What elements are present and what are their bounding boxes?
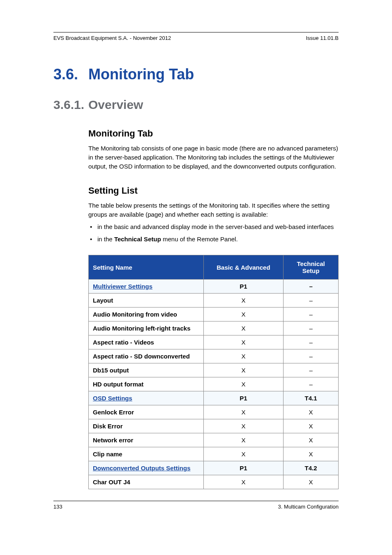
section-body-setting-list: The table below presents the settings of… bbox=[88, 201, 339, 219]
table-cell-technical-setup: – bbox=[284, 308, 339, 321]
bullet-text-bold: Technical Setup bbox=[114, 236, 161, 243]
table-cell-setting-name: Genlock Error bbox=[89, 405, 204, 419]
table-cell-basic-advanced: P1 bbox=[203, 280, 284, 294]
section-body-monitoring-tab: The Monitoring tab consists of one page … bbox=[88, 144, 339, 171]
table-row: Aspect ratio - SD downconvertedX– bbox=[89, 349, 339, 363]
table-cell-setting-name: Layout bbox=[89, 294, 204, 308]
setting-list-bullets: in the basic and advanced display mode i… bbox=[88, 222, 339, 244]
table-cell-technical-setup: X bbox=[284, 433, 339, 447]
table-cell-technical-setup: X bbox=[284, 447, 339, 461]
table-row: Disk ErrorXX bbox=[89, 419, 339, 433]
table-cell-setting-name: HD output format bbox=[89, 377, 204, 391]
table-header-row: Setting Name Basic & Advanced Technical … bbox=[89, 255, 339, 280]
heading-1-number: 3.6. bbox=[53, 66, 88, 83]
bullet-text-pre: in the bbox=[97, 236, 114, 243]
table-cell-setting-name: Clip name bbox=[89, 447, 204, 461]
table-row: Clip nameXX bbox=[89, 447, 339, 461]
section-title-monitoring-tab: Monitoring Tab bbox=[88, 128, 339, 139]
table-row: Char OUT J4XX bbox=[89, 475, 339, 489]
setting-link[interactable]: OSD Settings bbox=[93, 395, 132, 402]
table-cell-basic-advanced: X bbox=[203, 363, 284, 377]
table-cell-setting-name: Disk Error bbox=[89, 419, 204, 433]
table-row: Network errorXX bbox=[89, 433, 339, 447]
header-left: EVS Broadcast Equipment S.A. - November … bbox=[53, 35, 171, 41]
table-cell-basic-advanced: X bbox=[203, 308, 284, 321]
footer-rule bbox=[53, 501, 339, 501]
table-cell-basic-advanced: X bbox=[203, 335, 284, 349]
table-cell-basic-advanced: X bbox=[203, 475, 284, 489]
table-row: HD output formatX– bbox=[89, 377, 339, 391]
footer-chapter: 3. Multicam Configuration bbox=[278, 504, 339, 510]
table-cell-basic-advanced: X bbox=[203, 405, 284, 419]
table-row: LayoutX– bbox=[89, 294, 339, 308]
page: EVS Broadcast Equipment S.A. - November … bbox=[0, 0, 392, 555]
table-row: Db15 outputX– bbox=[89, 363, 339, 377]
table-cell-basic-advanced: X bbox=[203, 349, 284, 363]
table-row: Audio Monitoring left-right tracksX– bbox=[89, 321, 339, 335]
table-cell-technical-setup: X bbox=[284, 405, 339, 419]
table-row: OSD SettingsP1T4.1 bbox=[89, 391, 339, 405]
table-cell-basic-advanced: X bbox=[203, 419, 284, 433]
setting-link[interactable]: Downconverted Outputs Settings bbox=[93, 465, 191, 472]
heading-2-number: 3.6.1. bbox=[53, 98, 88, 112]
heading-1: 3.6. Monitoring Tab bbox=[53, 66, 339, 83]
table-cell-basic-advanced: X bbox=[203, 294, 284, 308]
setting-link[interactable]: Multiviewer Settings bbox=[93, 283, 152, 290]
table-row: Genlock ErrorXX bbox=[89, 405, 339, 419]
table-cell-setting-name: Audio Monitoring left-right tracks bbox=[89, 321, 204, 335]
section-title-setting-list: Setting List bbox=[88, 185, 339, 196]
page-number: 133 bbox=[53, 504, 62, 510]
table-cell-setting-name: Aspect ratio - Videos bbox=[89, 335, 204, 349]
bullet-item: in the Technical Setup menu of the Remot… bbox=[88, 235, 339, 244]
table-cell-technical-setup: – bbox=[284, 335, 339, 349]
header-right: Issue 11.01.B bbox=[306, 35, 339, 41]
table-cell-technical-setup: – bbox=[284, 294, 339, 308]
table-row: Aspect ratio - VideosX– bbox=[89, 335, 339, 349]
table-cell-technical-setup: – bbox=[284, 280, 339, 294]
table-cell-basic-advanced: X bbox=[203, 433, 284, 447]
table-cell-setting-name: Multiviewer Settings bbox=[89, 280, 204, 294]
table-cell-setting-name: OSD Settings bbox=[89, 391, 204, 405]
table-header-basic-advanced: Basic & Advanced bbox=[203, 255, 284, 280]
table-cell-technical-setup: – bbox=[284, 349, 339, 363]
table-header-technical-setup: Technical Setup bbox=[284, 255, 339, 280]
heading-1-text: Monitoring Tab bbox=[88, 66, 194, 83]
table-cell-setting-name: Aspect ratio - SD downconverted bbox=[89, 349, 204, 363]
table-row: Downconverted Outputs SettingsP1T4.2 bbox=[89, 461, 339, 475]
table-cell-technical-setup: T4.2 bbox=[284, 461, 339, 475]
table-cell-technical-setup: – bbox=[284, 363, 339, 377]
footer: 133 3. Multicam Configuration bbox=[53, 501, 339, 510]
table-header-setting-name: Setting Name bbox=[89, 255, 204, 280]
table-cell-technical-setup: T4.1 bbox=[284, 391, 339, 405]
content-area: Monitoring Tab The Monitoring tab consis… bbox=[88, 128, 339, 489]
table-cell-basic-advanced: P1 bbox=[203, 461, 284, 475]
table-cell-setting-name: Network error bbox=[89, 433, 204, 447]
footer-line: 133 3. Multicam Configuration bbox=[53, 504, 339, 510]
settings-table: Setting Name Basic & Advanced Technical … bbox=[88, 255, 339, 489]
table-row: Multiviewer SettingsP1– bbox=[89, 280, 339, 294]
table-cell-setting-name: Char OUT J4 bbox=[89, 475, 204, 489]
table-cell-setting-name: Audio Monitoring from video bbox=[89, 308, 204, 321]
table-cell-basic-advanced: X bbox=[203, 447, 284, 461]
table-cell-technical-setup: X bbox=[284, 419, 339, 433]
table-cell-technical-setup: – bbox=[284, 377, 339, 391]
table-row: Audio Monitoring from videoX– bbox=[89, 308, 339, 321]
header-line: EVS Broadcast Equipment S.A. - November … bbox=[53, 35, 339, 41]
table-cell-technical-setup: – bbox=[284, 321, 339, 335]
bullet-text-post: menu of the Remote Panel. bbox=[161, 236, 238, 243]
table-cell-basic-advanced: X bbox=[203, 377, 284, 391]
heading-2: 3.6.1. Overview bbox=[53, 98, 339, 112]
table-cell-basic-advanced: P1 bbox=[203, 391, 284, 405]
bullet-item: in the basic and advanced display mode i… bbox=[88, 222, 339, 231]
table-cell-basic-advanced: X bbox=[203, 321, 284, 335]
table-cell-technical-setup: X bbox=[284, 475, 339, 489]
table-cell-setting-name: Db15 output bbox=[89, 363, 204, 377]
table-cell-setting-name: Downconverted Outputs Settings bbox=[89, 461, 204, 475]
header-rule bbox=[53, 32, 339, 32]
heading-2-text: Overview bbox=[88, 98, 143, 112]
